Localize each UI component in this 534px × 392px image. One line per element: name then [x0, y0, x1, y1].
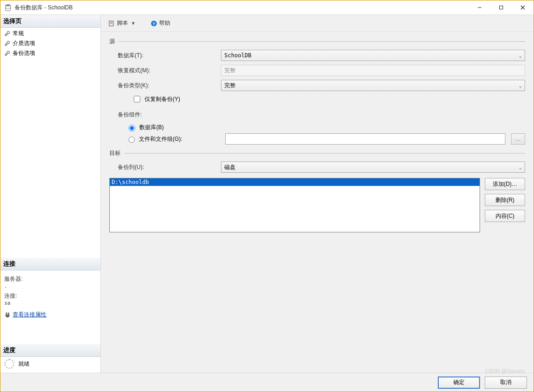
toolbar: 脚本 ▼ ? 帮助 [101, 15, 534, 32]
radio-database[interactable] [129, 125, 135, 131]
contents-button[interactable]: 内容(C) [485, 210, 525, 222]
backup-type-label: 备份类型(K): [118, 82, 221, 90]
svg-point-0 [6, 4, 11, 6]
minimize-button[interactable] [469, 0, 490, 15]
database-select[interactable]: SchoolDB ⌄ [221, 50, 525, 61]
chevron-down-icon: ▼ [131, 21, 136, 26]
database-label: 数据库(T): [118, 52, 221, 60]
backup-to-select[interactable]: 磁盘 ⌄ [221, 161, 525, 173]
view-connection-properties-link[interactable]: 查看连接属性 [13, 311, 46, 319]
source-section: 源 数据库(T): SchoolDB ⌄ 恢复模式(M): [109, 38, 525, 145]
page-item-general[interactable]: 常规 [1, 29, 100, 38]
footer: 确定 取消 [0, 373, 534, 392]
script-button[interactable]: 脚本 ▼ [106, 17, 138, 29]
page-item-label: 常规 [13, 30, 24, 38]
chevron-down-icon: ⌄ [519, 83, 522, 88]
destination-list-item[interactable]: D:\schooldb [110, 178, 480, 186]
window-controls [469, 0, 534, 15]
radio-filegroup[interactable] [129, 137, 135, 143]
chevron-down-icon: ⌄ [519, 53, 522, 58]
sidebar: 选择页 常规 介质选项 备份选项 连接 服务器: . [0, 15, 101, 373]
radio-filegroup-label: 文件和文件组(G): [139, 135, 205, 143]
destination-section-title: 目标 [109, 149, 121, 157]
destination-buttons: 添加(D)… 删除(R) 内容(C) [485, 178, 525, 232]
backup-component-label: 备份组件: [118, 111, 221, 119]
add-destination-button[interactable]: 添加(D)… [485, 178, 525, 190]
page-item-label: 备份选项 [13, 49, 35, 57]
cancel-button[interactable]: 取消 [485, 377, 527, 389]
connection-value: sa [4, 300, 97, 306]
svg-rect-2 [500, 6, 503, 9]
connection-section: 服务器: . 连接: sa 查看连接属性 [0, 270, 100, 321]
section-divider [119, 41, 525, 42]
browse-filegroup-button[interactable]: … [511, 133, 525, 145]
wrench-icon [4, 50, 11, 57]
help-button[interactable]: ? 帮助 [144, 17, 173, 29]
chevron-down-icon: ⌄ [519, 165, 522, 170]
section-divider [124, 153, 525, 154]
dialog-window: 备份数据库 - SchoolDB 选择页 常规 [0, 0, 534, 392]
radio-filegroup-row: 文件和文件组(G): … [126, 133, 525, 145]
titlebar: 备份数据库 - SchoolDB [0, 0, 534, 15]
progress-header: 进度 [0, 344, 100, 357]
script-label: 脚本 [117, 19, 128, 27]
radio-database-row: 数据库(B) [126, 123, 525, 131]
remove-destination-button[interactable]: 删除(R) [485, 194, 525, 206]
backup-to-label: 备份到(U): [118, 163, 221, 171]
connection-header: 连接 [0, 258, 100, 270]
main-panel: 脚本 ▼ ? 帮助 源 数据库(T): [101, 15, 534, 373]
server-value: . [4, 283, 97, 289]
svg-text:?: ? [153, 21, 155, 26]
select-page-header: 选择页 [0, 15, 100, 28]
view-conn-props-row: 查看连接属性 [4, 311, 97, 319]
copy-only-label: 仅复制备份(Y) [145, 95, 180, 103]
backup-type-value: 完整 [224, 82, 236, 90]
plug-icon [4, 312, 11, 318]
watermark: CSDN @Dancinc [485, 368, 525, 374]
database-icon [4, 4, 12, 11]
wrench-icon [4, 31, 11, 37]
destination-section: 目标 备份到(U): 磁盘 ⌄ [109, 149, 525, 232]
maximize-button[interactable] [490, 0, 512, 15]
filegroup-input[interactable] [225, 133, 505, 145]
page-item-backup-options[interactable]: 备份选项 [1, 48, 100, 58]
spinner-icon [4, 359, 15, 369]
database-value: SchoolDB [224, 52, 252, 59]
recovery-model-value: 完整 [221, 65, 525, 76]
server-label: 服务器: [4, 275, 97, 283]
page-item-label: 介质选项 [13, 39, 35, 47]
page-item-media-options[interactable]: 介质选项 [1, 38, 100, 48]
recovery-model-label: 恢复模式(M): [118, 67, 221, 75]
page-list: 常规 介质选项 备份选项 [0, 28, 100, 58]
destination-list[interactable]: D:\schooldb [109, 178, 480, 232]
copy-only-row: 仅复制备份(Y) [132, 94, 525, 104]
close-button[interactable] [512, 0, 534, 15]
radio-database-label: 数据库(B) [139, 123, 164, 131]
destination-row: D:\schooldb 添加(D)… 删除(R) 内容(C) [109, 178, 525, 232]
backup-type-select[interactable]: 完整 ⌄ [221, 80, 525, 91]
copy-only-checkbox[interactable] [134, 96, 140, 102]
progress-status: 就绪 [18, 360, 30, 368]
help-label: 帮助 [159, 19, 170, 27]
window-title: 备份数据库 - SchoolDB [15, 4, 73, 12]
connection-label: 连接: [4, 292, 97, 300]
source-section-title: 源 [109, 38, 115, 46]
dialog-body: 选择页 常规 介质选项 备份选项 连接 服务器: . [0, 15, 534, 373]
backup-to-value: 磁盘 [224, 163, 236, 171]
content-area: 源 数据库(T): SchoolDB ⌄ 恢复模式(M): [101, 32, 534, 373]
script-icon [108, 20, 115, 27]
ok-button[interactable]: 确定 [438, 377, 480, 389]
help-icon: ? [151, 20, 157, 27]
wrench-icon [4, 40, 11, 47]
progress-area: 就绪 [0, 357, 100, 373]
